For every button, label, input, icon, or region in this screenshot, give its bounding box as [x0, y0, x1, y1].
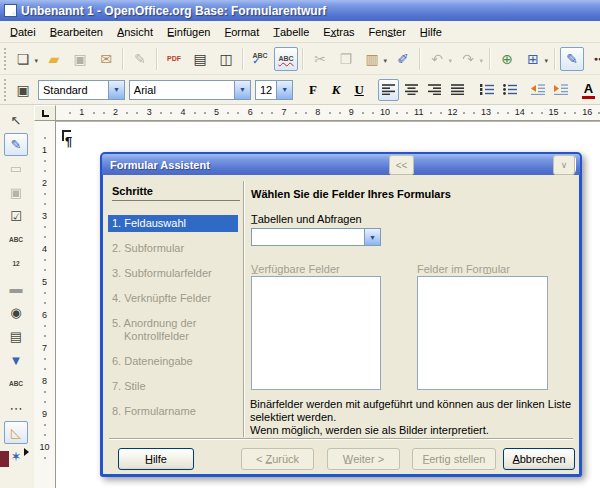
find-button[interactable]: ●●: [586, 47, 600, 71]
checkbox-button[interactable]: ☑: [4, 205, 28, 228]
toolbar-separator: [302, 48, 304, 70]
option-button-button[interactable]: ◉: [4, 301, 28, 324]
spellcheck-button[interactable]: ABC: [248, 47, 272, 71]
menu-tabelle[interactable]: T̲abelle: [266, 23, 316, 41]
step-1-feldauswahl[interactable]: 1. Feldauswahl: [108, 215, 238, 232]
label-field-button[interactable]: ABC: [4, 373, 28, 396]
paste-button[interactable]: ▥: [360, 47, 384, 71]
tab-left-icon: [42, 110, 49, 117]
align-right-button[interactable]: [424, 79, 445, 101]
menu-einfuegen[interactable]: E̲infügen: [160, 23, 217, 41]
chevron-down-icon[interactable]: ▼: [108, 81, 124, 99]
note-line-1: Binärfelder werden mit aufgeführt und kö…: [250, 398, 571, 423]
autospellcheck-button[interactable]: ABC: [274, 47, 298, 71]
increase-indent-button[interactable]: [550, 79, 571, 101]
move-down-button[interactable]: ∨: [553, 155, 575, 175]
menu-format[interactable]: F̲ormat: [217, 23, 266, 41]
decrease-indent-button[interactable]: [527, 79, 548, 101]
combo-box-button[interactable]: ▼: [4, 349, 28, 372]
undo-button[interactable]: ↶: [425, 47, 449, 71]
align-center-button[interactable]: [401, 79, 422, 101]
push-button-button[interactable]: ▬: [4, 277, 28, 300]
hyperlink-button[interactable]: ⊕: [495, 47, 519, 71]
menu-extras[interactable]: Ex̲tras: [316, 23, 361, 41]
align-left-button[interactable]: [378, 79, 399, 101]
numbered-list-button[interactable]: [476, 79, 497, 101]
font-name-combo[interactable]: Arial ▼: [129, 80, 251, 100]
italic-button[interactable]: K: [326, 79, 347, 101]
chevron-down-icon[interactable]: ▼: [276, 81, 292, 99]
insert-table-button[interactable]: ⊞: [521, 47, 545, 71]
next-button[interactable]: W̲eiter >: [327, 448, 400, 470]
email-button[interactable]: ✉: [94, 47, 118, 71]
toolbar-grip[interactable]: [2, 79, 7, 101]
help-button[interactable]: H̲ilfe: [118, 448, 194, 470]
underline-button[interactable]: U: [349, 79, 370, 101]
toolbar-grip[interactable]: [2, 48, 7, 70]
menu-ansicht[interactable]: A̲nsicht: [110, 23, 160, 41]
menu-datei[interactable]: D̲atei: [3, 23, 43, 41]
step-3-subformularfelder[interactable]: 3. Subformularfelder: [108, 265, 238, 282]
save-button[interactable]: ▣: [68, 47, 92, 71]
chevron-down-icon[interactable]: ▼: [364, 229, 380, 245]
redo-button[interactable]: ↷: [456, 47, 480, 71]
toolbar-overflow-arrow-icon[interactable]: [24, 448, 29, 456]
window-titlebar[interactable]: Unbenannt 1 - OpenOffice.org Base: Formu…: [0, 0, 600, 21]
form-properties-button[interactable]: ▣: [4, 181, 28, 204]
print-button[interactable]: ▤: [188, 47, 212, 71]
clipped-toolbar-icon: [0, 451, 9, 467]
select-button[interactable]: ↖: [4, 109, 28, 132]
styles-window-button[interactable]: ▣: [11, 78, 35, 102]
pdf-export-button[interactable]: PDF: [162, 47, 186, 71]
list-box-button[interactable]: ▤: [4, 325, 28, 348]
formatted-field-button[interactable]: 12: [4, 253, 28, 276]
align-justify-icon: [451, 84, 464, 95]
form-design-button[interactable]: ◺: [4, 421, 28, 444]
step-6-dateneingabe[interactable]: 6. Dateneingabe: [108, 353, 238, 370]
open-button[interactable]: ▰: [42, 47, 66, 71]
page-preview-button[interactable]: ◫: [214, 47, 238, 71]
cancel-button[interactable]: A̲bbrechen: [503, 448, 575, 470]
copy-button[interactable]: ❐: [334, 47, 358, 71]
horizontal-ruler[interactable]: 12345678910111213141516: [56, 105, 600, 121]
ruler-mark: 2: [99, 105, 133, 120]
font-color-button[interactable]: A: [578, 79, 599, 101]
step-2-subformular[interactable]: 2. Subformular: [108, 240, 238, 257]
format-paintbrush-button[interactable]: ✐: [391, 47, 415, 71]
cut-button[interactable]: ✂: [308, 47, 332, 71]
bullet-list-button[interactable]: [499, 79, 520, 101]
dialog-titlebar[interactable]: Formular Assistent ✕: [102, 154, 580, 175]
menu-fenster[interactable]: Fens̲ter: [362, 23, 413, 41]
control-properties-button[interactable]: ▭: [4, 157, 28, 180]
menu-bearbeiten[interactable]: B̲earbeiten: [43, 23, 110, 41]
more-controls-button[interactable]: ⋯: [4, 397, 28, 420]
font-size-combo[interactable]: 12 ▼: [255, 80, 293, 100]
move-all-left-button[interactable]: <<: [389, 155, 414, 175]
styles-icon: ▣: [16, 83, 29, 97]
ruler-mark: 9: [34, 397, 55, 430]
align-justify-button[interactable]: [447, 79, 468, 101]
fields-in-form-listbox[interactable]: [417, 276, 548, 390]
back-button[interactable]: < Z̲urück: [241, 448, 314, 470]
toolbar-separator: [489, 48, 491, 70]
step-8-formularname[interactable]: 8. Formularname: [108, 403, 238, 420]
vertical-ruler[interactable]: 12345678910: [34, 121, 56, 488]
tab-stop-selector-button[interactable]: [34, 105, 56, 121]
edit-file-button[interactable]: ✎: [128, 47, 152, 71]
bold-button[interactable]: F: [303, 79, 324, 101]
new-document-button[interactable]: ❏: [11, 47, 35, 71]
paragraph-style-combo[interactable]: Standard ▼: [38, 80, 125, 100]
menu-hilfe[interactable]: H̲ilfe: [413, 23, 449, 41]
step-5-anordnung[interactable]: 5. Anordnung der Kontrollfelder: [108, 315, 238, 345]
draw-functions-button[interactable]: ✎: [560, 47, 584, 71]
design-mode-button[interactable]: ✎: [4, 133, 28, 156]
finish-button[interactable]: F̲ertig stellen: [412, 448, 496, 470]
textbox-button[interactable]: ABC: [4, 229, 28, 252]
step-4-verknuepfte-felder[interactable]: 4. Verknüpfte Felder: [108, 290, 238, 307]
step-7-stile[interactable]: 7. Stile: [108, 378, 238, 395]
ruler-mark: 15: [537, 105, 571, 120]
available-fields-listbox[interactable]: [251, 276, 381, 390]
window-title: Unbenannt 1 - OpenOffice.org Base: Formu…: [21, 4, 326, 18]
chevron-down-icon[interactable]: ▼: [234, 81, 250, 99]
tables-queries-combo[interactable]: ▼: [251, 228, 381, 246]
